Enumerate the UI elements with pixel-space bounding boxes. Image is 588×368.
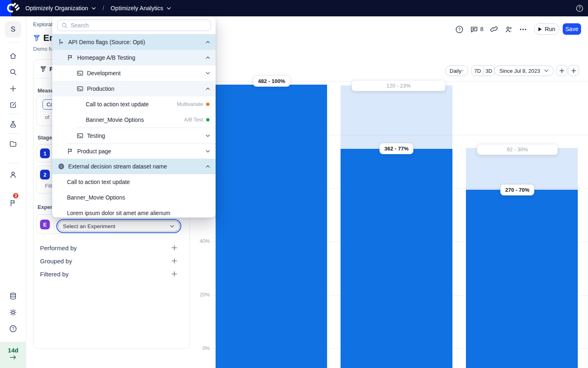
branch-source-icon bbox=[58, 39, 65, 45]
date-range-dropdown[interactable]: Since Jul 8, 2023 bbox=[494, 65, 554, 76]
tree-item-label: Banner_Movie Options bbox=[86, 117, 184, 123]
stage2-dropoff-label: 120 - 23% bbox=[352, 80, 445, 91]
gear-icon[interactable] bbox=[9, 308, 17, 316]
environment-terminal-icon bbox=[77, 132, 83, 139]
tree-item-external-decision-stream[interactable]: External decision stream dataset name bbox=[52, 159, 216, 174]
save-label: Save bbox=[566, 26, 579, 32]
tree-item-homepage-ab-testing[interactable]: Homepage A/B Testing bbox=[52, 50, 216, 65]
experiment-select[interactable]: Select an Experiment bbox=[58, 221, 180, 231]
svg-text:?: ? bbox=[12, 326, 14, 331]
flag-picker-flyout: API Demo flags (Source: Opti) Homepage A… bbox=[52, 16, 216, 218]
stage2-number-badge: 2 bbox=[40, 170, 50, 180]
divider bbox=[7, 42, 20, 43]
trial-days: 14d bbox=[0, 347, 26, 354]
y-axis-tick: 20% bbox=[190, 292, 210, 298]
flags-icon[interactable] bbox=[9, 199, 17, 207]
chevron-down-icon bbox=[170, 225, 174, 228]
grouped-by-row[interactable]: Grouped by bbox=[40, 256, 177, 265]
filtered-by-row[interactable]: Filtered by bbox=[40, 269, 177, 278]
grouped-by-label: Grouped by bbox=[40, 258, 72, 265]
filtered-by-label: Filtered by bbox=[40, 271, 69, 278]
avatar[interactable]: S bbox=[5, 21, 21, 38]
topbar: Optimizely Organization / Optimizely Ana… bbox=[0, 0, 588, 16]
range-3d-button[interactable]: 3D bbox=[483, 66, 494, 76]
divider bbox=[7, 133, 20, 134]
breadcrumb-separator: / bbox=[102, 5, 104, 11]
experiment-badge: E bbox=[40, 220, 50, 229]
experiment-label: Exper bbox=[38, 204, 52, 210]
help-circle-icon[interactable]: ? bbox=[455, 25, 463, 34]
plus-icon[interactable] bbox=[172, 245, 177, 251]
experiment-type-badge: Multivariate bbox=[177, 101, 203, 107]
multivariate-status-dot bbox=[206, 103, 209, 106]
plus-icon[interactable] bbox=[9, 85, 17, 93]
add-panel-button[interactable] bbox=[568, 65, 579, 76]
experiments-flask-icon[interactable] bbox=[9, 120, 17, 128]
granularity-dropdown[interactable]: Daily bbox=[445, 65, 468, 76]
chevron-up-icon bbox=[205, 40, 210, 44]
org-name: Optimizely Organization bbox=[25, 5, 88, 11]
save-button[interactable]: Save bbox=[563, 23, 581, 35]
tree-item-development[interactable]: Development bbox=[52, 65, 216, 81]
trial-countdown[interactable]: 14d bbox=[0, 342, 26, 368]
help-icon[interactable]: ? bbox=[9, 325, 17, 333]
funnel-bar-stage2-converted[interactable] bbox=[341, 149, 452, 368]
range-7d-button[interactable]: 7D bbox=[472, 66, 483, 76]
search-box[interactable] bbox=[57, 20, 211, 31]
run-button[interactable]: Run bbox=[534, 23, 559, 35]
person-icon[interactable] bbox=[9, 171, 17, 179]
tree-item-production[interactable]: Production bbox=[52, 81, 216, 96]
home-icon[interactable] bbox=[9, 52, 17, 60]
tree-item-label: API Demo flags (Source: Opti) bbox=[68, 39, 203, 45]
tree-item-testing[interactable]: Testing bbox=[52, 128, 216, 143]
tree-item-api-demo-flags[interactable]: API Demo flags (Source: Opti) bbox=[52, 34, 216, 50]
tree-item-banner-movie-options[interactable]: Banner_Movie Options A/B Test bbox=[52, 112, 216, 128]
svg-text:?: ? bbox=[458, 27, 461, 32]
y-axis-tick: 40% bbox=[190, 238, 210, 244]
tree-item-call-to-action-text-update-2[interactable]: Call to action text update bbox=[52, 174, 216, 190]
topbar-help-icon[interactable]: ? bbox=[576, 5, 583, 12]
funnel-bar-stage3-converted[interactable] bbox=[466, 190, 578, 368]
flags-notification-badge: 3 bbox=[12, 192, 19, 199]
divider bbox=[7, 114, 20, 114]
add-chart-button[interactable] bbox=[556, 65, 567, 76]
title-row: En bbox=[33, 33, 55, 43]
search-icon[interactable] bbox=[9, 68, 17, 76]
org-switcher[interactable]: Optimizely Organization bbox=[25, 5, 96, 11]
performed-by-row[interactable]: Performed by bbox=[40, 243, 177, 252]
funnel-bar-stage1-converted[interactable] bbox=[216, 85, 327, 368]
database-icon[interactable] bbox=[9, 292, 17, 300]
measure-label: Measu bbox=[38, 88, 54, 94]
tree-item-call-to-action-text-update[interactable]: Call to action text update Multivariate bbox=[52, 96, 216, 112]
screen: Optimizely Organization / Optimizely Ana… bbox=[0, 0, 588, 368]
tree-item-label: Product page bbox=[77, 148, 203, 155]
tree-item-label: External decision stream dataset name bbox=[68, 163, 203, 170]
more-options-icon[interactable] bbox=[519, 25, 527, 34]
tree-item-label: Call to action text update bbox=[86, 101, 177, 108]
granularity-value: Daily bbox=[450, 68, 461, 74]
globe-icon bbox=[58, 163, 65, 170]
folder-icon[interactable] bbox=[9, 140, 17, 148]
experiment-type-badge: A/B Test bbox=[184, 117, 203, 123]
tree-item-lorem-ipsum[interactable]: Lorem ipsum dolor sit amet ame alienum bbox=[52, 205, 216, 218]
comments-icon[interactable] bbox=[470, 25, 478, 34]
chevron-down-icon bbox=[205, 150, 210, 153]
tree-item-label: Lorem ipsum dolor sit amet ame alienum bbox=[67, 210, 210, 216]
product-switcher[interactable]: Optimizely Analytics bbox=[111, 5, 171, 11]
stage1-value-label: 482 - 100% bbox=[253, 76, 290, 87]
of-label: of bbox=[45, 114, 49, 120]
chevron-down-icon bbox=[205, 134, 210, 137]
tree-item-banner-movie-options-2[interactable]: Banner_Movie Options bbox=[52, 190, 216, 205]
breadcrumb[interactable]: Explorat bbox=[33, 21, 53, 27]
compose-icon[interactable] bbox=[9, 101, 17, 109]
link-icon[interactable] bbox=[490, 25, 499, 34]
run-label: Run bbox=[545, 26, 555, 32]
tree-item-product-page[interactable]: Product page bbox=[52, 144, 216, 159]
share-people-icon[interactable] bbox=[505, 25, 513, 34]
chevron-down-icon bbox=[461, 70, 464, 72]
plus-icon[interactable] bbox=[172, 258, 177, 264]
chevron-up-icon bbox=[205, 165, 210, 168]
plus-icon[interactable] bbox=[172, 271, 177, 277]
search-input[interactable] bbox=[71, 22, 206, 29]
optimizely-logo[interactable] bbox=[0, 0, 23, 16]
